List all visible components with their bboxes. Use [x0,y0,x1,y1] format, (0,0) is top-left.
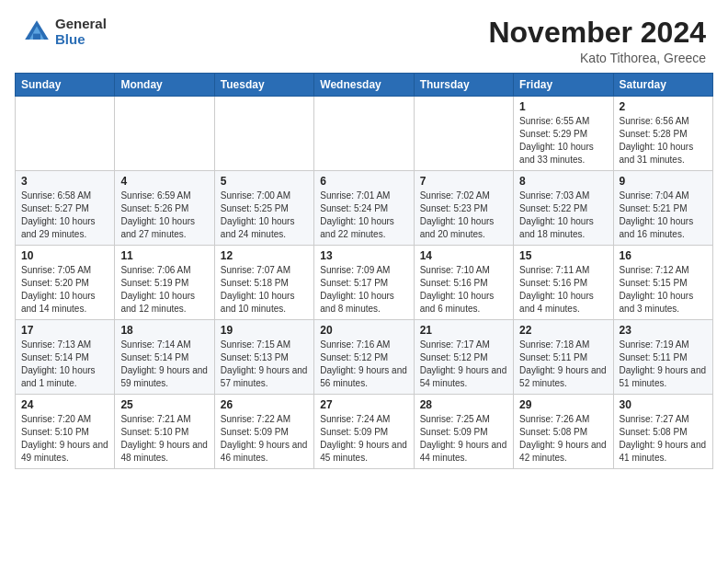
day-number: 5 [221,175,308,188]
month-title: November 2024 [488,17,706,49]
calendar: SundayMondayTuesdayWednesdayThursdayFrid… [0,73,728,563]
calendar-cell: 5Sunrise: 7:00 AM Sunset: 5:25 PM Daylig… [214,171,313,246]
day-number: 18 [120,324,208,337]
day-number: 8 [519,175,607,188]
calendar-cell: 3Sunrise: 6:58 AM Sunset: 5:27 PM Daylig… [16,171,115,246]
logo: General Blue [22,17,107,47]
day-number: 28 [420,398,507,411]
day-info: Sunrise: 7:10 AM Sunset: 5:16 PM Dayligh… [420,264,507,316]
weekday-header-thursday: Thursday [414,74,513,97]
day-number: 2 [620,100,707,113]
week-row-4: 17Sunrise: 7:13 AM Sunset: 5:14 PM Dayli… [16,320,713,395]
calendar-cell [214,97,313,171]
day-number: 25 [120,398,208,411]
day-info: Sunrise: 7:25 AM Sunset: 5:09 PM Dayligh… [420,413,507,465]
calendar-cell: 9Sunrise: 7:04 AM Sunset: 5:21 PM Daylig… [613,171,712,246]
day-number: 13 [320,249,407,262]
calendar-cell: 4Sunrise: 6:59 AM Sunset: 5:26 PM Daylig… [115,171,214,246]
day-number: 27 [320,398,407,411]
day-number: 20 [320,324,407,337]
day-info: Sunrise: 7:04 AM Sunset: 5:21 PM Dayligh… [620,190,707,241]
day-info: Sunrise: 7:21 AM Sunset: 5:10 PM Dayligh… [120,413,208,465]
day-info: Sunrise: 7:14 AM Sunset: 5:14 PM Dayligh… [120,339,208,390]
location: Kato Tithorea, Greece [488,51,706,65]
calendar-cell: 24Sunrise: 7:20 AM Sunset: 5:10 PM Dayli… [16,395,115,469]
calendar-header: SundayMondayTuesdayWednesdayThursdayFrid… [16,74,713,97]
day-info: Sunrise: 7:15 AM Sunset: 5:13 PM Dayligh… [221,339,308,390]
day-info: Sunrise: 7:12 AM Sunset: 5:15 PM Dayligh… [620,264,707,316]
calendar-cell: 11Sunrise: 7:06 AM Sunset: 5:19 PM Dayli… [115,246,214,320]
calendar-cell: 18Sunrise: 7:14 AM Sunset: 5:14 PM Dayli… [115,320,214,395]
calendar-cell: 21Sunrise: 7:17 AM Sunset: 5:12 PM Dayli… [414,320,513,395]
calendar-body: 1Sunrise: 6:55 AM Sunset: 5:29 PM Daylig… [16,97,713,469]
calendar-cell: 14Sunrise: 7:10 AM Sunset: 5:16 PM Dayli… [414,246,513,320]
title-area: November 2024 Kato Tithorea, Greece [488,17,706,65]
day-number: 26 [221,398,308,411]
day-info: Sunrise: 7:09 AM Sunset: 5:17 PM Dayligh… [320,264,407,316]
calendar-cell: 6Sunrise: 7:01 AM Sunset: 5:24 PM Daylig… [314,171,414,246]
header: General Blue November 2024 Kato Tithorea… [0,0,728,73]
day-number: 16 [620,249,707,262]
day-number: 21 [420,324,507,337]
day-info: Sunrise: 7:02 AM Sunset: 5:23 PM Dayligh… [420,190,507,241]
calendar-cell: 10Sunrise: 7:05 AM Sunset: 5:20 PM Dayli… [16,246,115,320]
calendar-cell: 17Sunrise: 7:13 AM Sunset: 5:14 PM Dayli… [16,320,115,395]
calendar-cell: 25Sunrise: 7:21 AM Sunset: 5:10 PM Dayli… [115,395,214,469]
day-number: 23 [620,324,707,337]
weekday-header-friday: Friday [514,74,613,97]
day-info: Sunrise: 7:22 AM Sunset: 5:09 PM Dayligh… [221,413,308,465]
day-number: 14 [420,249,507,262]
day-info: Sunrise: 7:13 AM Sunset: 5:14 PM Dayligh… [21,339,108,390]
weekday-header-tuesday: Tuesday [214,74,313,97]
week-row-2: 3Sunrise: 6:58 AM Sunset: 5:27 PM Daylig… [16,171,713,246]
day-number: 3 [21,175,108,188]
calendar-cell: 27Sunrise: 7:24 AM Sunset: 5:09 PM Dayli… [314,395,414,469]
day-number: 12 [221,249,308,262]
day-info: Sunrise: 7:07 AM Sunset: 5:18 PM Dayligh… [221,264,308,316]
day-info: Sunrise: 6:55 AM Sunset: 5:29 PM Dayligh… [519,115,607,167]
calendar-cell [115,97,214,171]
week-row-3: 10Sunrise: 7:05 AM Sunset: 5:20 PM Dayli… [16,246,713,320]
logo-blue-text: Blue [55,32,107,48]
weekday-header-monday: Monday [115,74,214,97]
day-info: Sunrise: 7:06 AM Sunset: 5:19 PM Dayligh… [120,264,208,316]
calendar-cell [414,97,513,171]
calendar-cell: 16Sunrise: 7:12 AM Sunset: 5:15 PM Dayli… [613,246,712,320]
calendar-cell: 1Sunrise: 6:55 AM Sunset: 5:29 PM Daylig… [514,97,613,171]
calendar-cell: 22Sunrise: 7:18 AM Sunset: 5:11 PM Dayli… [514,320,613,395]
day-number: 30 [620,398,707,411]
day-info: Sunrise: 7:20 AM Sunset: 5:10 PM Dayligh… [21,413,108,465]
day-info: Sunrise: 7:05 AM Sunset: 5:20 PM Dayligh… [21,264,108,316]
calendar-cell: 30Sunrise: 7:27 AM Sunset: 5:08 PM Dayli… [613,395,712,469]
day-number: 9 [620,175,707,188]
day-info: Sunrise: 7:18 AM Sunset: 5:11 PM Dayligh… [519,339,607,390]
weekday-header-saturday: Saturday [613,74,712,97]
day-info: Sunrise: 6:58 AM Sunset: 5:27 PM Dayligh… [21,190,108,241]
day-number: 24 [21,398,108,411]
day-number: 7 [420,175,507,188]
calendar-cell [16,97,115,171]
calendar-cell: 29Sunrise: 7:26 AM Sunset: 5:08 PM Dayli… [514,395,613,469]
day-number: 29 [519,398,607,411]
day-info: Sunrise: 6:59 AM Sunset: 5:26 PM Dayligh… [120,190,208,241]
day-number: 6 [320,175,407,188]
day-info: Sunrise: 7:19 AM Sunset: 5:11 PM Dayligh… [620,339,707,390]
calendar-cell [314,97,414,171]
calendar-cell: 2Sunrise: 6:56 AM Sunset: 5:28 PM Daylig… [613,97,712,171]
day-info: Sunrise: 7:01 AM Sunset: 5:24 PM Dayligh… [320,190,407,241]
day-number: 1 [519,100,607,113]
day-info: Sunrise: 7:11 AM Sunset: 5:16 PM Dayligh… [519,264,607,316]
day-info: Sunrise: 7:24 AM Sunset: 5:09 PM Dayligh… [320,413,407,465]
calendar-cell: 23Sunrise: 7:19 AM Sunset: 5:11 PM Dayli… [613,320,712,395]
day-info: Sunrise: 7:26 AM Sunset: 5:08 PM Dayligh… [519,413,607,465]
day-number: 11 [120,249,208,262]
day-number: 19 [221,324,308,337]
week-row-1: 1Sunrise: 6:55 AM Sunset: 5:29 PM Daylig… [16,97,713,171]
page: General Blue November 2024 Kato Tithorea… [0,0,728,563]
logo-general-text: General [55,17,107,32]
calendar-cell: 13Sunrise: 7:09 AM Sunset: 5:17 PM Dayli… [314,246,414,320]
day-info: Sunrise: 7:03 AM Sunset: 5:22 PM Dayligh… [519,190,607,241]
weekday-header-sunday: Sunday [16,74,115,97]
svg-rect-2 [33,33,40,39]
week-row-5: 24Sunrise: 7:20 AM Sunset: 5:10 PM Dayli… [16,395,713,469]
